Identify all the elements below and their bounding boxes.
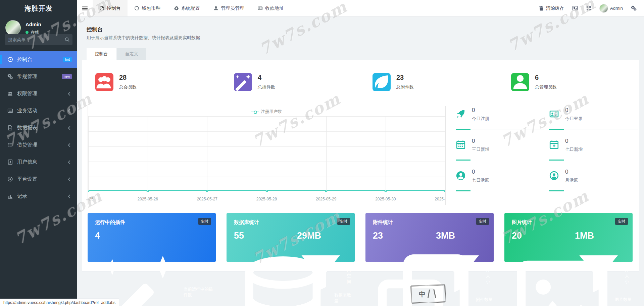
search-input[interactable] [8,34,62,45]
data-point [147,190,149,192]
user-icon [511,73,529,91]
stat-label: 总会员数 [119,84,137,90]
hot-badge: hot [63,57,72,62]
app-logo: 海胜开发 [0,0,77,17]
fullscreen-icon [586,6,591,11]
user-menu[interactable]: Admin [599,4,623,13]
gears-icon [631,5,637,11]
tab-label: 收款地址 [265,5,284,11]
stat-attachments: 23总附件数 [373,73,414,91]
circle-icon [134,6,139,11]
data-point [444,190,446,192]
chevron-left-icon [68,92,71,96]
stat-label: 总插件数 [258,84,275,90]
avatar[interactable] [5,20,21,36]
menu-search [5,34,72,45]
stat-label: 总管理员数 [535,84,557,90]
leaf-icon [373,73,391,91]
content-tab-custom[interactable]: 自定义 [117,48,146,60]
user-name: Admin [26,21,41,27]
stat-value: 4 [258,74,275,81]
sidebar-item-label: 控制台 [17,56,32,63]
sidebar-item-dashboard[interactable]: 控制台 hot [0,51,77,68]
magic-wand-icon [234,73,252,91]
rocket-icon [456,109,466,119]
data-point [325,190,327,192]
users-icon [95,73,113,91]
sidebar-item-userinfo[interactable]: 用户信息 [0,154,77,171]
tab-dashboard[interactable]: 控制台 [93,0,128,16]
data-point [206,190,208,192]
search-icon[interactable] [64,37,70,42]
stat-admins: 6总管理员数 [511,73,557,91]
fullscreen-button[interactable] [586,6,591,11]
clear-cache-button[interactable]: 清除缓存 [539,5,564,11]
gears-icon [7,74,13,79]
legend-marker-icon [251,112,259,112]
tab-payment-address[interactable]: 收款地址 [251,0,291,16]
realtime-badge: 实时 [615,218,628,225]
bar-chart-icon [7,193,13,199]
mini-stat-7day-active: 0 七日活跃 [456,169,544,193]
page-title: 控制台 [87,26,103,33]
menu-toggle-icon[interactable] [77,0,93,16]
content-tab-dashboard[interactable]: 控制台 [87,48,116,60]
seal-stamp: 中 [410,284,446,304]
topbar-username: Admin [610,6,623,11]
tab-admin-manage[interactable]: 管理员管理 [207,0,251,16]
stat-value: 23 [396,74,414,81]
circle-dot-icon [7,176,13,182]
chevron-left-icon [68,194,71,198]
stat-icon-3 [511,73,529,91]
mini-stats: 0 今日注册 0 今日登录 0 三日新增 0 七日新增 0 七日活跃 [456,108,638,195]
filter-icon [297,249,344,297]
sidebar-item-label: 常规管理 [17,73,37,80]
sidebar-item-permissions[interactable]: 权限管理 [0,85,77,102]
sidebar-item-platform[interactable]: 平台设置 [0,171,77,188]
id-card-icon [258,6,263,11]
id-card-icon [549,109,559,119]
chart-legend[interactable]: 注册用户数 [88,109,445,115]
language-button[interactable] [572,5,578,11]
filter-icon [575,249,622,297]
stat-value: 28 [119,74,137,81]
sidebar-item-reports[interactable]: 数据报表 [0,119,77,136]
sidebar-item-business[interactable]: 业务活动 [0,102,77,119]
tab-system-config[interactable]: 系统配置 [167,0,207,16]
trash-icon [539,6,544,11]
sidebar-item-lending[interactable]: 借贷管理 [0,136,77,154]
gear-icon [174,6,179,11]
tab-label: 系统配置 [181,5,200,11]
mini-stat-month-active: 0 月活跃 [549,169,638,193]
topbar: 控制台 钱包币种 系统配置 管理员管理 收款地址 清除缓存 [77,0,644,17]
sidebar-item-general[interactable]: 常规管理 new [0,68,77,85]
stat-icon-0 [95,73,113,91]
online-dot-icon [26,31,29,34]
sidebar-menu: 控制台 hot 常规管理 new 权限管理 业务活动 数据报表 [0,51,77,205]
mini-stat-3day-new: 0 三日新增 [456,138,544,163]
app-window: 7w7s.com 7w7s.com 7w7s.com 7w7s.com 7w7s… [0,0,644,306]
sidebar-item-label: 借贷管理 [17,142,37,148]
stat-label: 总附件数 [396,84,414,90]
sidebar-item-records[interactable]: 记录 [0,188,77,205]
user-icon [213,6,218,11]
stat-members: 28总会员数 [95,73,137,91]
tab-wallet-currency[interactable]: 钱包币种 [128,0,167,16]
summary-card-1: 数据库统计 实时 55 29MB 数据表数量 占用空间 [227,213,355,262]
chart-plot [88,116,445,191]
registered-users-chart: 注册用户数 05-25 2025-05-26 2025-05-27 2025-0… [88,106,446,205]
sidebar: 海胜开发 Admin 在线 控制台 hot 常规管理 new 权限管理 [0,0,77,306]
stat-plugins: 4总插件数 [234,73,275,91]
sidebar-item-label: 数据报表 [17,125,37,131]
dashboard-icon [99,6,104,11]
settings-button[interactable] [631,5,637,11]
tab-label: 控制台 [107,5,121,11]
legend-label: 注册用户数 [261,109,282,115]
status-url: https://admin.vuess.cc/haishengkf.php/da… [3,300,115,305]
file-icon [7,125,13,131]
calendar-plus-icon [549,140,559,150]
magic-wand-icon [95,249,181,306]
data-point [384,190,387,192]
mini-stat-today-login: 0 今日登录 [549,108,638,132]
data-point [265,190,268,192]
